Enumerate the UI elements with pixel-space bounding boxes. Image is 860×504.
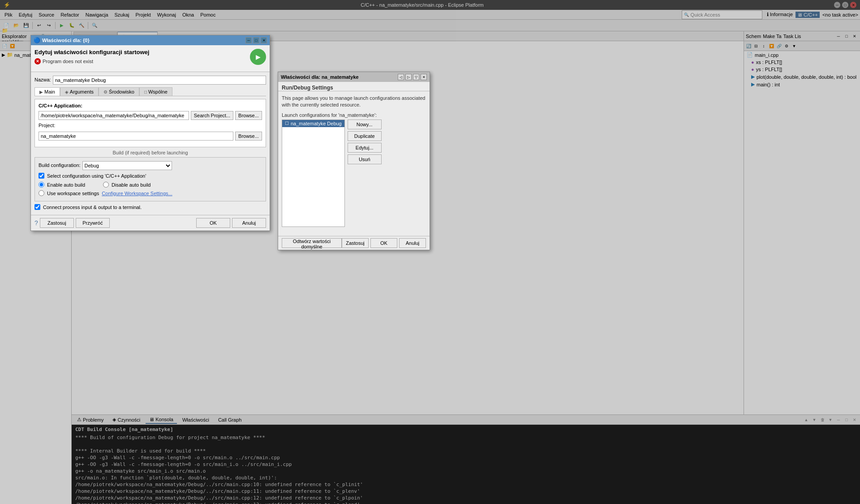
- srodowisko-tab-label: Środowisko: [109, 89, 134, 94]
- error-icon: ✕: [34, 58, 41, 64]
- cpp-app-section: C/C++ Application: Search Project... Bro…: [34, 99, 266, 147]
- config-checkbox: ☐: [285, 121, 289, 126]
- zastosuj-button[interactable]: Zastosuj: [342, 238, 369, 248]
- build-label: Build (if required) before launching: [34, 150, 266, 155]
- launch-close-btn[interactable]: ✕: [261, 37, 267, 43]
- duplicate-button[interactable]: Duplicate: [348, 131, 382, 141]
- edytuj-button[interactable]: Edytuj...: [348, 143, 382, 153]
- run-debug-nav-down[interactable]: ▽: [413, 74, 419, 80]
- terminal-label: Connect process input & output to a term…: [43, 205, 142, 210]
- launch-title-bar: 🔵 Właściwości dla: {0} ─ □ ✕: [31, 35, 270, 45]
- project-label-field: Project:: [39, 123, 55, 128]
- app-path-input[interactable]: [39, 111, 189, 120]
- select-config-row: Select configuration using 'C/C++ Applic…: [39, 173, 262, 179]
- launch-dialog: 🔵 Właściwości dla: {0} ─ □ ✕ Edytuj właś…: [30, 35, 270, 231]
- launch-ok-button[interactable]: OK: [196, 218, 230, 228]
- inner-tab-bar: ▶ Main ◈ Arguments ⚙ Środowisko □ Wspóln…: [34, 87, 266, 96]
- launch-dialog-icon: 🔵: [34, 37, 40, 43]
- error-message: ✕ Program does not exist: [34, 58, 149, 64]
- launch-maximize-btn[interactable]: □: [253, 37, 259, 43]
- wspolne-tab-label: Wspólne: [148, 89, 168, 94]
- auto-build-row: Enable auto build Disable auto build: [39, 180, 262, 189]
- select-config-checkbox[interactable]: [39, 173, 44, 179]
- launch-run-button[interactable]: ▶: [250, 49, 266, 65]
- run-debug-nav-back[interactable]: ◁: [398, 74, 404, 80]
- help-icon: ?: [34, 219, 38, 226]
- select-config-label: Select configuration using 'C/C++ Applic…: [47, 173, 146, 179]
- ok-button-rundebug[interactable]: OK: [370, 238, 397, 248]
- launch-przywroc-button[interactable]: Przywróć: [76, 218, 110, 228]
- name-label: Nazwa:: [34, 77, 51, 82]
- main-tab-label: Main: [44, 89, 55, 94]
- build-config-section: Build configuration: Debug Select config…: [34, 157, 266, 201]
- browse-button-2[interactable]: Browse...: [235, 132, 262, 141]
- terminal-row: Connect process input & output to a term…: [34, 204, 266, 210]
- launch-body: Nazwa: ▶ Main ◈ Arguments ⚙ Środowisko □…: [31, 72, 270, 215]
- arguments-tab-label: Arguments: [70, 89, 94, 94]
- name-input[interactable]: [53, 76, 266, 85]
- enable-auto-build-row: Enable auto build: [39, 182, 85, 188]
- workspace-settings-radio[interactable]: [39, 190, 44, 196]
- build-config-label: Build configuration:: [39, 162, 81, 168]
- app-path-row: Search Project... Browse...: [39, 111, 262, 120]
- enable-auto-build-radio[interactable]: [39, 182, 44, 188]
- srodowisko-tab[interactable]: ⚙ Środowisko: [99, 87, 139, 96]
- project-row: Project:: [39, 123, 262, 129]
- workspace-settings-row: Use workspace settings Configure Workspa…: [39, 190, 262, 196]
- launch-minimize-btn[interactable]: ─: [245, 37, 252, 43]
- build-config-select[interactable]: Debug: [82, 161, 172, 170]
- launch-config-list[interactable]: ☐ na_matematyke Debug: [282, 120, 345, 227]
- run-debug-description: This page allows you to manage launch co…: [282, 95, 426, 109]
- launch-dialog-title: Właściwości dla: {0}: [42, 38, 90, 43]
- arguments-tab-icon: ◈: [65, 90, 69, 94]
- project-name-row: Browse...: [39, 132, 262, 141]
- run-debug-title: Właściwości dla: na_matematyke: [281, 74, 359, 80]
- name-row: Nazwa:: [34, 76, 266, 85]
- usun-button[interactable]: Usuń: [348, 154, 382, 164]
- enable-auto-build-label: Enable auto build: [47, 182, 85, 188]
- run-debug-heading: Run/Debug Settings: [282, 85, 333, 91]
- launch-dialog-footer: ? Zastosuj Przywróć OK Anuluj: [31, 215, 270, 231]
- anuluj-button-rundebug[interactable]: Anuluj: [399, 238, 426, 248]
- project-name-input[interactable]: [39, 132, 233, 141]
- side-buttons: Nowy... Duplicate Edytuj... Usuń: [348, 120, 382, 231]
- search-project-button[interactable]: Search Project...: [191, 111, 233, 120]
- configure-workspace-link[interactable]: Configure Workspace Settings...: [102, 191, 172, 196]
- disable-auto-build-row: Disable auto build: [103, 182, 150, 188]
- main-tab[interactable]: ▶ Main: [34, 87, 60, 96]
- launch-anuluj-button[interactable]: Anuluj: [232, 218, 266, 228]
- browse-button-1[interactable]: Browse...: [235, 111, 262, 120]
- run-debug-dialog: Właściwości dla: na_matematyke ◁ ▷ ▽ ✕ R…: [278, 72, 430, 250]
- build-config-row: Build configuration: Debug: [39, 161, 262, 170]
- odtwórz-button[interactable]: Odtwórz wartości domyślne: [282, 238, 342, 248]
- nowy-button[interactable]: Nowy...: [348, 120, 382, 129]
- cpp-app-title: C/C++ Application:: [39, 103, 262, 108]
- run-debug-footer: Odtwórz wartości domyślne Zastosuj OK An…: [278, 236, 430, 250]
- error-text: Program does not exist: [43, 59, 93, 64]
- launch-zastosuj-button[interactable]: Zastosuj: [40, 218, 74, 228]
- launch-item-debug[interactable]: ☐ na_matematyke Debug: [282, 120, 344, 127]
- run-debug-body: This page allows you to manage launch co…: [278, 91, 430, 234]
- terminal-checkbox[interactable]: [34, 204, 40, 210]
- disable-auto-build-label: Disable auto build: [112, 182, 150, 188]
- config-item-label: na_matematyke Debug: [291, 121, 342, 126]
- launch-heading: Edytuj właściwości konfiguracji startowe…: [34, 49, 149, 56]
- srodowisko-tab-icon: ⚙: [103, 90, 108, 94]
- run-debug-title-bar: Właściwości dla: na_matematyke ◁ ▷ ▽ ✕: [278, 72, 430, 82]
- disable-auto-build-radio[interactable]: [103, 182, 109, 188]
- wspolne-tab[interactable]: □ Wspólne: [139, 87, 172, 96]
- run-debug-close[interactable]: ✕: [421, 74, 427, 80]
- workspace-settings-label: Use workspace settings: [47, 191, 99, 196]
- run-debug-nav-fwd[interactable]: ▷: [405, 74, 412, 80]
- main-tab-icon: ▶: [39, 90, 43, 94]
- launch-configs-label: Launch configurations for 'na_matematyke…: [282, 112, 426, 118]
- arguments-tab[interactable]: ◈ Arguments: [60, 87, 99, 96]
- wspolne-tab-icon: □: [144, 90, 147, 94]
